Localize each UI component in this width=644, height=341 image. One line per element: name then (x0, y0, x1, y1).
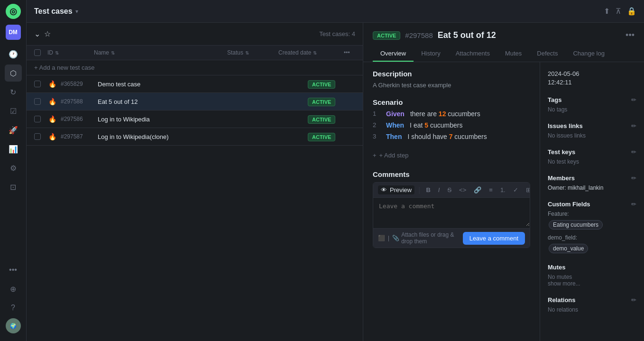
row-checkbox-2[interactable] (34, 116, 44, 122)
col-header-more[interactable]: ••• (344, 49, 355, 56)
toolbar-left: ⌄ ☆ (34, 29, 315, 38)
col-header-name[interactable]: Name ⇅ (94, 49, 223, 56)
leave-comment-button[interactable]: Leave a comment (463, 232, 525, 245)
issues-edit-icon[interactable]: ✏ (631, 122, 636, 129)
paperclip-icon: 📎 (392, 235, 399, 241)
relations-title: Relations (548, 296, 576, 304)
table-row[interactable]: 🔥 #297586 Log in to Wikipedia ACTIVE (27, 111, 363, 128)
row-icon-0: 🔥 (47, 80, 57, 88)
ordered-list-button[interactable]: 1. (498, 185, 507, 194)
issues-value: No issues links (548, 132, 636, 139)
bold-button[interactable]: B (424, 185, 432, 194)
sidebar-icon-integrations[interactable]: ⊡ (5, 178, 22, 195)
italic-button[interactable]: I (436, 185, 442, 194)
collapse-icon[interactable]: ⌄ (34, 29, 40, 38)
user-avatar[interactable]: DM (6, 25, 21, 40)
sidebar-icon-tasks[interactable]: ☑ (5, 102, 22, 120)
mutes-title: Mutes (548, 264, 566, 271)
test-keys-edit-icon[interactable]: ✏ (631, 148, 636, 156)
row-checkbox-1[interactable] (34, 98, 44, 105)
custom-fields-edit-icon[interactable]: ✏ (631, 201, 636, 208)
tab-changelog[interactable]: Change log (565, 46, 612, 62)
mutes-value: No mutes (548, 274, 636, 280)
add-test-case-row[interactable]: + Add a new test case (27, 60, 363, 75)
sidebar-icon-settings[interactable]: ⚙ (5, 159, 22, 176)
tab-history[interactable]: History (414, 46, 448, 62)
description-text: A Gherkin test case example (373, 82, 530, 89)
checklist-button[interactable]: ✓ (511, 185, 520, 194)
col-header-id[interactable]: ID ⇅ (47, 49, 90, 56)
select-all-checkbox[interactable] (34, 49, 44, 56)
lock-icon[interactable]: 🔒 (627, 7, 636, 16)
tab-defects[interactable]: Defects (529, 46, 565, 62)
row-icon-3: 🔥 (47, 133, 57, 140)
list-toolbar: ⌄ ☆ Test cases: 4 (27, 23, 363, 46)
show-more-link[interactable]: show more... (548, 280, 636, 287)
strikethrough-button[interactable]: S (445, 185, 453, 194)
table-row[interactable]: 🔥 #365829 Demo test case ACTIVE (27, 75, 363, 93)
table-row[interactable]: 🔥 #297587 Log in to Wikipedia(clone) ACT… (27, 128, 363, 146)
sidebar-icon-more[interactable]: ••• (5, 261, 22, 278)
row-icon-1: 🔥 (47, 98, 57, 105)
tags-edit-icon[interactable]: ✏ (631, 96, 636, 103)
sidebar-icon-help[interactable]: ? (5, 299, 22, 316)
footer-sep: | (388, 235, 389, 241)
detail-status-badge: ACTIVE (373, 31, 400, 40)
sidebar-icon-add[interactable]: ⊕ (5, 280, 22, 297)
members-edit-icon[interactable]: ✏ (631, 175, 636, 182)
row-id-3: #297587 (61, 133, 94, 140)
table-header: ID ⇅ Name ⇅ Status ⇅ Created date ⇅ ••• (27, 46, 363, 60)
editor-footer-left: ⬛ | 📎 Attach files or drag & drop them (378, 231, 459, 245)
owner-value: mikhail_lankin (568, 184, 603, 191)
page-title: Test cases (34, 7, 73, 16)
detail-more-button[interactable]: ••• (626, 30, 635, 40)
preview-tab[interactable]: 👁 Preview (378, 185, 414, 194)
sidebar-icon-history[interactable]: 🕐 (5, 46, 22, 63)
sidebar-icon-rocket[interactable]: 🚀 (5, 121, 22, 138)
bullet-list-button[interactable]: ≡ (487, 185, 495, 194)
feature-value-chip: Eating cucumbers (548, 219, 636, 230)
tab-attachments[interactable]: Attachments (448, 46, 497, 62)
relations-edit-icon[interactable]: ✏ (631, 296, 636, 304)
page-header: Test cases ▾ ⬆ ⊼ 🔒 (27, 0, 644, 23)
col-header-status[interactable]: Status ⇅ (227, 49, 275, 56)
upload-icon[interactable]: ⬆ (604, 7, 610, 16)
detail-header: ACTIVE #297588 Eat 5 out of 12 ••• Overv… (363, 23, 644, 62)
link-button[interactable]: 🔗 (472, 185, 483, 194)
col-header-created-date[interactable]: Created date ⇅ (278, 49, 340, 56)
row-checkbox-0[interactable] (34, 81, 44, 87)
row-status-1: ACTIVE (308, 98, 355, 105)
add-step-button[interactable]: + + Add step (373, 150, 530, 161)
row-checkbox-3[interactable] (34, 133, 44, 140)
tags-title: Tags (548, 96, 561, 103)
comment-textarea[interactable] (373, 198, 530, 226)
sidebar-icon-testcases[interactable]: ⬡ (5, 65, 22, 82)
sidebar-icon-chart[interactable]: 📊 (5, 140, 22, 157)
tab-overview[interactable]: Overview (373, 46, 414, 62)
star-icon[interactable]: ☆ (44, 29, 51, 38)
attach-button[interactable]: 📎 Attach files or drag & drop them (392, 231, 459, 245)
toolbar-sep: | (418, 186, 420, 194)
created-date-section: 2024-05-06 12:42:11 (548, 70, 636, 87)
id-sort-icon: ⇅ (55, 50, 59, 55)
filter-icon[interactable]: ⊼ (616, 7, 621, 16)
custom-fields-header: Custom Fields ✏ (548, 201, 636, 208)
tab-mutes[interactable]: Mutes (497, 46, 529, 62)
members-title: Members (548, 175, 575, 182)
scenario-container: 1 Given there are 12 cucumbers 2 When I … (373, 110, 530, 140)
table-button[interactable]: ⊞ (524, 185, 530, 194)
user-profile-avatar[interactable]: 🌍 (6, 318, 21, 333)
title-chevron-icon[interactable]: ▾ (75, 8, 78, 15)
tags-value: No tags (548, 106, 636, 113)
demo-field-label: demo_field: (548, 234, 636, 241)
tags-header: Tags ✏ (548, 96, 636, 103)
name-sort-icon: ⇅ (111, 50, 115, 55)
table-row[interactable]: 🔥 #297588 Eat 5 out of 12 ACTIVE (27, 93, 363, 111)
code-button[interactable]: <> (457, 185, 468, 194)
step-number-2: 5 (424, 121, 428, 129)
row-status-2: ACTIVE (308, 116, 355, 123)
header-icons: ⬆ ⊼ 🔒 (604, 7, 636, 16)
sidebar-icon-sync[interactable]: ↻ (5, 83, 22, 101)
demo-field-value: demo_value (549, 244, 588, 253)
editor-footer: ⬛ | 📎 Attach files or drag & drop them L… (373, 228, 530, 248)
